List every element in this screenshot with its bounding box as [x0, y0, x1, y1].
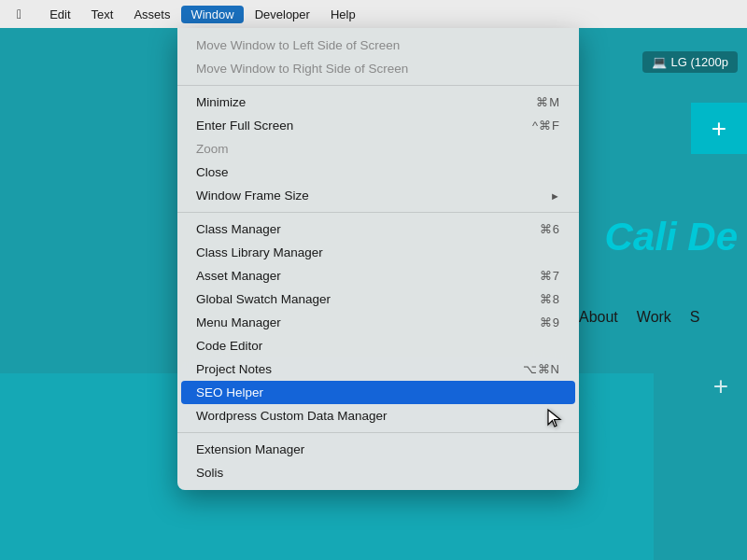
asset-manager-item[interactable]: Asset Manager ⌘7	[177, 264, 579, 287]
class-library-manager-label: Class Library Manager	[196, 245, 323, 259]
enter-fullscreen-label: Enter Full Screen	[196, 119, 293, 133]
nav-s[interactable]: S	[690, 309, 700, 326]
enter-fullscreen-shortcut: ^⌘F	[532, 119, 560, 133]
separator-2	[177, 212, 579, 213]
close-label: Close	[196, 165, 229, 179]
asset-manager-shortcut: ⌘7	[540, 269, 560, 283]
enter-fullscreen-item[interactable]: Enter Full Screen ^⌘F	[177, 114, 579, 137]
window-menu-dropdown: Move Window to Left Side of Screen Move …	[177, 28, 579, 490]
extension-manager-item[interactable]: Extension Manager	[177, 438, 579, 461]
window-frame-size-item[interactable]: Window Frame Size ►	[177, 184, 579, 207]
zoom-item[interactable]: Zoom	[177, 137, 579, 161]
menu-manager-label: Menu Manager	[196, 315, 281, 329]
code-editor-item[interactable]: Code Editor	[177, 334, 579, 357]
lg-badge-text: LG (1200p	[671, 55, 728, 69]
menu-assets[interactable]: Assets	[124, 6, 179, 23]
nav-work[interactable]: Work	[637, 309, 671, 326]
asset-manager-label: Asset Manager	[196, 269, 281, 283]
minimize-item[interactable]: Minimize ⌘M	[177, 91, 579, 114]
wordpress-custom-data-manager-label: Wordpress Custom Data Manager	[196, 409, 388, 423]
class-manager-item[interactable]: Class Manager ⌘6	[177, 217, 579, 241]
move-window-right-item[interactable]: Move Window to Right Side of Screen	[177, 57, 579, 80]
nav-about[interactable]: About	[579, 309, 618, 326]
separator-3	[177, 432, 579, 433]
move-window-left-label: Move Window to Left Side of Screen	[196, 38, 400, 52]
monitor-icon: 💻	[652, 55, 667, 69]
lg-badge: 💻 LG (1200p	[642, 51, 738, 73]
project-notes-shortcut: ⌥⌘N	[523, 362, 560, 376]
class-manager-shortcut: ⌘6	[540, 222, 560, 236]
separator-1	[177, 85, 579, 86]
wordpress-custom-data-manager-item[interactable]: Wordpress Custom Data Manager	[177, 404, 579, 427]
menu-manager-item[interactable]: Menu Manager ⌘9	[177, 311, 579, 334]
add-element-button[interactable]: +	[691, 103, 747, 154]
global-swatch-manager-label: Global Swatch Manager	[196, 292, 331, 306]
menu-help[interactable]: Help	[321, 6, 365, 23]
close-item[interactable]: Close	[177, 161, 579, 184]
extension-manager-label: Extension Manager	[196, 442, 304, 456]
seo-helper-label: SEO Helper	[196, 385, 263, 399]
solis-label: Solis	[196, 466, 223, 480]
move-window-left-item[interactable]: Move Window to Left Side of Screen	[177, 34, 579, 57]
website-title: Cali De	[605, 215, 738, 259]
class-library-manager-item[interactable]: Class Library Manager	[177, 241, 579, 264]
menubar:  Edit Text Assets Window Developer Help	[0, 0, 747, 28]
minimize-shortcut: ⌘M	[536, 95, 560, 109]
solis-item[interactable]: Solis	[177, 461, 579, 484]
project-notes-label: Project Notes	[196, 362, 272, 376]
global-swatch-manager-shortcut: ⌘8	[540, 292, 560, 306]
move-window-right-label: Move Window to Right Side of Screen	[196, 62, 408, 76]
plus-icon: +	[712, 114, 726, 144]
submenu-arrow-icon: ►	[550, 190, 560, 202]
menu-developer[interactable]: Developer	[246, 6, 319, 23]
website-nav: About Work S	[560, 275, 747, 359]
class-manager-label: Class Manager	[196, 222, 281, 236]
apple-menu[interactable]: 	[7, 5, 31, 23]
seo-helper-item[interactable]: SEO Helper	[181, 381, 575, 404]
menu-window[interactable]: Window	[181, 6, 243, 23]
window-frame-size-label: Window Frame Size	[196, 189, 309, 203]
menu-edit[interactable]: Edit	[40, 6, 79, 23]
code-editor-label: Code Editor	[196, 339, 262, 353]
minimize-label: Minimize	[196, 95, 246, 109]
project-notes-item[interactable]: Project Notes ⌥⌘N	[177, 357, 579, 381]
menu-text[interactable]: Text	[82, 6, 123, 23]
zoom-label: Zoom	[196, 142, 229, 156]
add-element-bottom-button[interactable]: +	[713, 371, 728, 401]
global-swatch-manager-item[interactable]: Global Swatch Manager ⌘8	[177, 287, 579, 311]
menu-manager-shortcut: ⌘9	[540, 315, 560, 329]
